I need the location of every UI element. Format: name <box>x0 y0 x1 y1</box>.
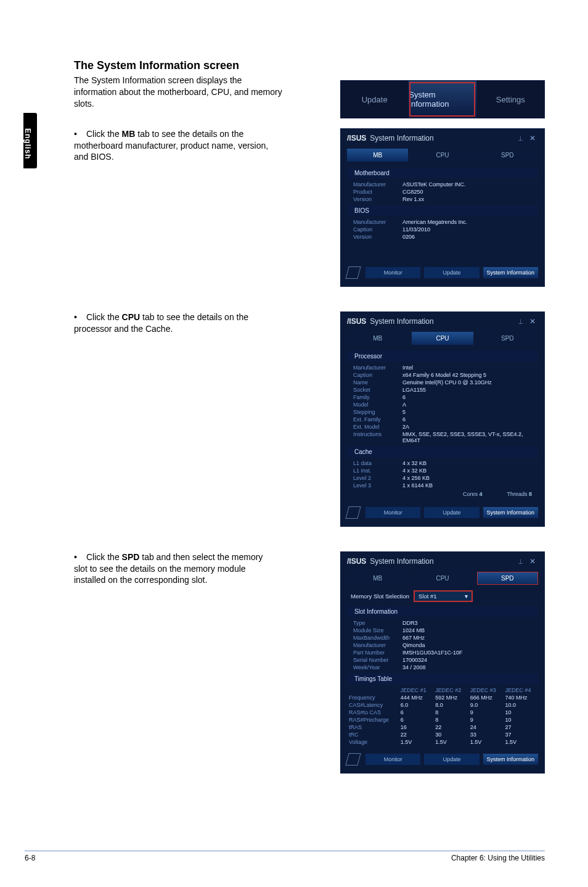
brand-logo: /ISUS <box>347 317 366 326</box>
tab-update: Update <box>341 81 408 118</box>
bullet-mb-bold: MB <box>122 129 136 139</box>
footer-update: Update <box>424 754 479 765</box>
panel-title: System Information <box>370 557 433 566</box>
footer-glyph-icon <box>345 506 361 519</box>
footer-update: Update <box>424 507 479 518</box>
footer-sysinfo: System Information <box>483 267 538 278</box>
timings-table: JEDEC #1 JEDEC #2 JEDEC #3 JEDEC #4 Freq… <box>347 687 538 746</box>
panel-cpu-figure: /ISUS System Information ⟂ ✕ MB CPU SPD … <box>340 311 545 527</box>
footer-monitor: Monitor <box>365 754 420 765</box>
footer-sysinfo: System Information <box>483 507 538 518</box>
bullet-mb: •Click the MB tab to see the details on … <box>74 128 271 163</box>
brand-logo: /ISUS <box>347 134 366 142</box>
footer-monitor: Monitor <box>365 507 420 518</box>
panel-mb-figure: /ISUS System Information ⟂ ✕ MB CPU SPD … <box>340 128 545 287</box>
footer-glyph-icon <box>345 266 361 279</box>
bullet-spd-bold: SPD <box>122 552 140 562</box>
inner-tab-spd: SPD <box>477 149 538 162</box>
section-slot-info: Slot Information <box>347 606 538 617</box>
panel-spd-figure: /ISUS System Information ⟂ ✕ MB CPU SPD … <box>340 551 545 774</box>
inner-tab-mb: MB <box>347 332 408 345</box>
slot-selection-label: Memory Slot Selection <box>351 593 409 600</box>
slot-selection-dropdown: Slot #1 ▾ <box>415 592 472 601</box>
tab-settings: Settings <box>476 81 544 118</box>
window-icons: ⟂ ✕ <box>518 557 538 566</box>
tab-system-information: System Information <box>408 81 476 118</box>
inner-tab-mb: MB <box>347 149 408 162</box>
brand-logo: /ISUS <box>347 557 366 566</box>
bullet-cpu-bold: CPU <box>122 312 141 322</box>
footer-update: Update <box>424 267 479 278</box>
page-number: 6-8 <box>25 854 35 862</box>
section-processor: Processor <box>347 351 538 361</box>
bullet-spd-pre: Click the <box>86 552 122 562</box>
panel-title: System Information <box>370 134 433 142</box>
intro-paragraph: The System Information screen displays t… <box>74 75 284 110</box>
bullet-mb-pre: Click the <box>86 129 122 139</box>
inner-tab-mb: MB <box>347 572 408 585</box>
bullet-cpu: •Click the CPU tab to see the details on… <box>74 311 271 335</box>
bullet-spd: •Click the SPD tab and then select the m… <box>74 551 271 587</box>
panel-title: System Information <box>370 317 433 326</box>
inner-tab-cpu: CPU <box>412 149 473 162</box>
inner-tab-cpu: CPU <box>412 572 473 585</box>
inner-tab-cpu: CPU <box>412 332 473 345</box>
section-timings: Timings Table <box>347 674 538 684</box>
bullet-cpu-pre: Click the <box>86 312 122 322</box>
inner-tab-spd: SPD <box>477 332 538 345</box>
window-icons: ⟂ ✕ <box>518 134 538 142</box>
section-motherboard: Motherboard <box>347 168 538 178</box>
section-bios: BIOS <box>347 205 538 216</box>
language-tab: English <box>23 113 37 168</box>
footer-sysinfo: System Information <box>483 754 538 765</box>
window-icons: ⟂ ✕ <box>518 317 538 326</box>
section-cache: Cache <box>347 447 538 457</box>
footer-monitor: Monitor <box>365 267 420 278</box>
top-tabbar-figure: Update System Information Settings <box>340 80 545 118</box>
page-heading: The System Information screen <box>74 59 545 72</box>
chevron-down-icon: ▾ <box>465 593 468 600</box>
chapter-label: Chapter 6: Using the Utilities <box>451 854 545 862</box>
footer-glyph-icon <box>345 753 361 765</box>
inner-tab-spd: SPD <box>477 572 538 585</box>
